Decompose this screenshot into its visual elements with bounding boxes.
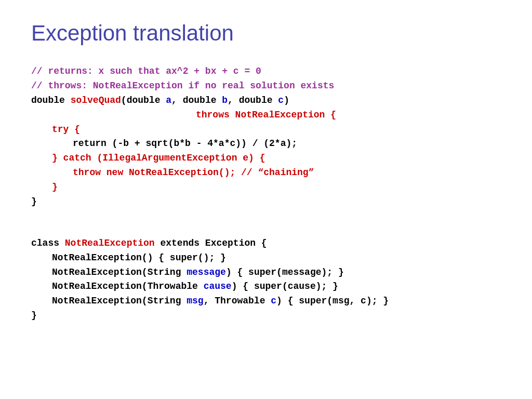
class-keyword: class [31, 238, 65, 248]
ctor1-line: NotRealException() { super(); } [31, 251, 501, 265]
ctor4-line: NotRealException(String msg, Throwable c… [31, 294, 501, 309]
class-decl-line: class NotRealException extends Exception… [31, 236, 501, 251]
param-b: b [222, 95, 228, 105]
class-extends: extends Exception { [155, 238, 267, 248]
param-a: a [166, 95, 171, 105]
ctor4-pre: NotRealException(String [52, 296, 187, 306]
ctor3-param: cause [204, 281, 232, 291]
comment-text-2: // throws: NotRealException if no real s… [31, 81, 334, 91]
class-close-line: } [31, 309, 501, 323]
return-text: return (-b + sqrt(b*b - 4*a*c)) / (2*a); [73, 138, 297, 149]
class-close-text: } [31, 310, 37, 321]
ctor3-pre: NotRealException(Throwable [52, 281, 204, 291]
comment-line-1: // returns: x such that ax^2 + bx + c = … [31, 64, 501, 79]
catch-close-line: } [31, 180, 501, 195]
throws-text: throws NotRealException { [196, 110, 336, 120]
catch-close-text: } [52, 182, 58, 192]
code-block: // returns: x such that ax^2 + bx + c = … [31, 64, 501, 323]
method-close-text: } [31, 196, 37, 207]
catch-text: } catch (IllegalArgumentException e) { [52, 153, 265, 163]
comment-line-2: // throws: NotRealException if no real s… [31, 79, 501, 94]
sig-mid1: , double [171, 95, 222, 105]
throw-line: throw new NotRealException(); // “chaini… [31, 166, 501, 180]
page-title: Exception translation [31, 21, 501, 46]
return-line: return (-b + sqrt(b*b - 4*a*c)) / (2*a); [31, 137, 501, 151]
catch-line: } catch (IllegalArgumentException e) { [31, 151, 501, 166]
ctor3-post: ) { super(cause); } [232, 281, 338, 291]
method-close-line: } [31, 195, 501, 209]
ctor1-text: NotRealException() { super(); } [52, 252, 226, 263]
param-c: c [278, 95, 284, 105]
signature-line: double solveQuad(double a, double b, dou… [31, 94, 501, 108]
method-name: solveQuad [71, 95, 121, 105]
sig-mid2: , double [228, 95, 278, 105]
ctor2-pre: NotRealException(String [52, 267, 187, 277]
section-gap [31, 222, 501, 236]
keyword-double: double [31, 95, 71, 105]
ctor3-line: NotRealException(Throwable cause) { supe… [31, 280, 501, 294]
ctor4-param2: c [271, 296, 276, 306]
ctor2-line: NotRealException(String message) { super… [31, 265, 501, 280]
ctor4-param1: msg [187, 296, 203, 306]
throws-line: throws NotRealException { [31, 108, 501, 123]
sig-close: ) [284, 95, 289, 105]
try-keyword: try { [52, 124, 80, 135]
comment-text-1: // returns: x such that ax^2 + bx + c = … [31, 66, 261, 76]
ctor2-post: ) { super(message); } [226, 267, 344, 277]
try-open-line: try { [31, 123, 501, 137]
class-name: NotRealException [65, 238, 155, 248]
ctor4-post: ) { super(msg, c); } [276, 296, 389, 306]
ctor4-mid: , Throwable [204, 296, 271, 306]
sig-open: (double [121, 95, 166, 105]
ctor2-param: message [187, 267, 226, 277]
throw-text: throw new NotRealException(); // “chaini… [73, 167, 314, 178]
